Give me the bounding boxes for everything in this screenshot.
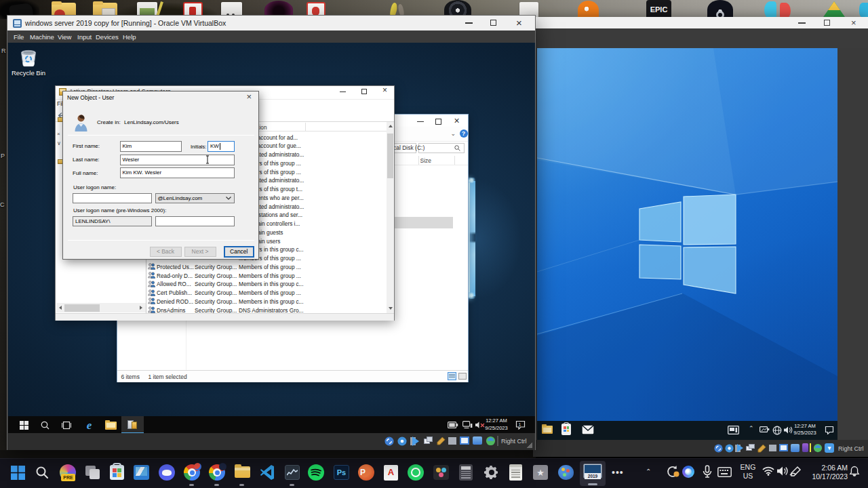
- svg-text:1: 1: [519, 422, 521, 427]
